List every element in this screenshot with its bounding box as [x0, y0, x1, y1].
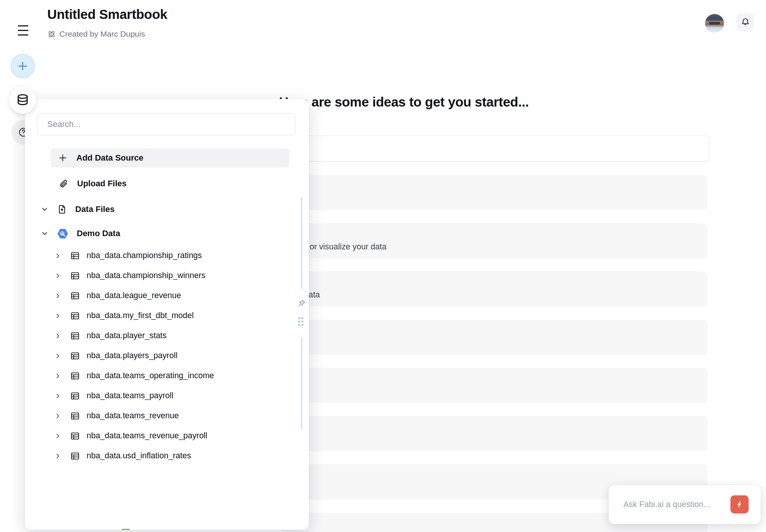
group-label: Google Sheet Full... [143, 528, 220, 530]
table-row[interactable]: nba_data.players_payroll [25, 346, 290, 366]
table-row[interactable]: nba_data.championship_ratings [25, 246, 290, 266]
group-label: Data Files [75, 204, 115, 214]
upload-files-label: Upload Files [77, 179, 127, 189]
table-icon [71, 252, 79, 260]
table-row[interactable]: nba_data.championship_winners [25, 266, 290, 286]
group-demo-data[interactable]: Demo Data [25, 224, 290, 243]
table-name: nba_data.usd_inflation_rates [87, 451, 191, 461]
google-sheet-icon [121, 528, 131, 530]
search-input[interactable] [37, 113, 295, 135]
app-window: Here are some ideas to get you started..… [0, 0, 766, 532]
table-row[interactable]: nba_data.usd_inflation_rates [25, 446, 290, 466]
table-row[interactable]: nba_data.teams_payroll [25, 386, 290, 406]
table-name: nba_data.players_payroll [87, 351, 177, 360]
table-name: nba_data.championship_ratings [87, 251, 202, 260]
chevron-right-icon[interactable] [54, 452, 62, 460]
suggestion-text-fragment: ata [309, 290, 320, 300]
plus-icon [58, 153, 67, 162]
table-icon [71, 452, 79, 460]
suggestion-card[interactable]: or visualize your data [282, 223, 707, 258]
search-box [37, 113, 295, 135]
suggestion-card[interactable] [282, 368, 707, 403]
chevron-right-icon[interactable] [54, 312, 62, 320]
table-icon [71, 412, 79, 420]
data-sources-panel: Add Data Source Upload Files Data F [25, 99, 309, 530]
file-upload-icon [57, 204, 67, 214]
chevron-right-icon[interactable] [54, 252, 62, 260]
table-row[interactable]: nba_data.my_first_dbt_model [25, 306, 290, 326]
suggestion-text-fragment: or visualize your data [310, 242, 386, 252]
table-icon [71, 332, 79, 340]
upload-files-button[interactable]: Upload Files [51, 175, 289, 193]
prompt-input-box[interactable] [280, 136, 710, 161]
table-icon [71, 352, 79, 360]
avatar[interactable] [705, 14, 724, 33]
ask-fabi-input[interactable] [623, 500, 730, 510]
drag-handle-icon[interactable] [298, 317, 304, 327]
table-list: nba_data.championship_ratings nba_data.c… [25, 246, 290, 466]
bell-icon [741, 17, 750, 27]
data-sources-button[interactable] [9, 87, 36, 114]
notifications-button[interactable] [737, 13, 754, 31]
chevron-right-icon[interactable] [54, 432, 62, 440]
table-row[interactable]: nba_data.teams_operating_income [25, 366, 290, 386]
table-name: nba_data.teams_payroll [87, 391, 174, 401]
ask-submit-button[interactable] [730, 495, 749, 513]
page-title: Untitled Smartbook [47, 7, 167, 22]
ask-fabi-bar [609, 485, 761, 524]
chevron-right-icon[interactable] [54, 352, 62, 360]
add-data-source-button[interactable]: Add Data Source [51, 148, 289, 167]
group-google-sheet[interactable]: Google Sheet Full... [25, 524, 290, 530]
chevron-right-icon[interactable] [54, 392, 62, 400]
table-name: nba_data.teams_revenue [87, 411, 179, 421]
table-name: nba_data.teams_revenue_payroll [87, 431, 207, 441]
bigquery-icon [57, 229, 68, 239]
table-icon [71, 372, 79, 380]
chevron-down-icon[interactable] [40, 229, 49, 238]
table-name: nba_data.teams_operating_income [87, 371, 214, 380]
table-row[interactable]: nba_data.player_stats [25, 326, 290, 346]
table-row[interactable]: nba_data.league_revenue [25, 286, 290, 306]
table-icon [71, 272, 79, 280]
group-data-files[interactable]: Data Files [25, 200, 290, 218]
plus-icon [17, 60, 28, 72]
chevron-right-icon[interactable] [54, 292, 62, 300]
panel-resize-divider[interactable] [301, 337, 302, 430]
chevron-right-icon[interactable] [54, 272, 62, 280]
table-icon [71, 292, 79, 300]
created-by-row: Created by Marc Dupuis [47, 29, 145, 39]
table-row[interactable]: nba_data.teams_revenue [25, 406, 290, 426]
menu-icon[interactable] [18, 25, 28, 36]
paperclip-icon [59, 179, 68, 188]
bolt-icon [735, 500, 744, 509]
suggestion-card[interactable] [282, 416, 707, 451]
table-icon [71, 392, 79, 400]
database-icon [16, 93, 30, 107]
suggestion-card[interactable] [282, 175, 707, 210]
table-icon [71, 432, 79, 440]
chevron-right-icon[interactable] [54, 412, 62, 420]
table-name: nba_data.player_stats [87, 331, 167, 340]
table-row[interactable]: nba_data.teams_revenue_payroll [25, 426, 290, 446]
chevron-right-icon[interactable] [54, 372, 62, 380]
add-cell-button[interactable] [11, 54, 35, 78]
table-icon [71, 312, 79, 320]
table-name: nba_data.championship_winners [87, 271, 205, 280]
chevron-down-icon[interactable] [40, 205, 49, 213]
add-data-source-label: Add Data Source [76, 153, 143, 163]
panel-resize-divider[interactable] [301, 198, 302, 289]
group-label: Demo Data [77, 229, 120, 238]
table-name: nba_data.league_revenue [87, 291, 181, 300]
pin-icon [297, 298, 306, 308]
created-by-label: Created by Marc Dupuis [59, 29, 145, 39]
pin-panel-button[interactable] [297, 298, 307, 308]
atom-icon [47, 30, 56, 39]
ideas-heading: Here are some ideas to get you started..… [279, 94, 529, 110]
table-name: nba_data.my_first_dbt_model [87, 311, 194, 320]
chevron-right-icon[interactable] [54, 332, 62, 340]
suggestion-card[interactable]: ata [282, 271, 707, 306]
suggestion-card[interactable] [282, 320, 707, 355]
